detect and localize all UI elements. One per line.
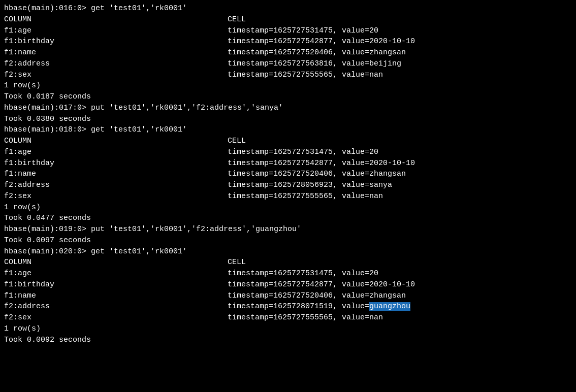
cell-header: CELL bbox=[228, 136, 246, 147]
took-line: Took 0.0477 seconds bbox=[4, 213, 572, 224]
data-row: f1:birthdaytimestamp=1625727542877, valu… bbox=[4, 36, 572, 47]
data-row: f1:birthdaytimestamp=1625727542877, valu… bbox=[4, 158, 572, 169]
cell-value: timestamp=1625727531475, value=20 bbox=[228, 147, 378, 158]
cell-value: timestamp=1625728056923, value=sanya bbox=[228, 180, 392, 191]
took-line: Took 0.0092 seconds bbox=[4, 335, 572, 346]
column-value: f1:age bbox=[4, 268, 228, 279]
cell-value: timestamp=1625727531475, value=20 bbox=[228, 268, 378, 279]
cell-value: timestamp=1625727542877, value=2020-10-1… bbox=[228, 36, 415, 47]
data-row: f1:birthdaytimestamp=1625727542877, valu… bbox=[4, 279, 572, 290]
column-header: COLUMN bbox=[4, 257, 228, 268]
prompt-line: hbase(main):016:0> get 'test01','rk0001' bbox=[4, 3, 572, 14]
cell-header: CELL bbox=[228, 14, 246, 25]
column-value: f1:birthday bbox=[4, 36, 228, 47]
data-row: f1:nametimestamp=1625727520406, value=zh… bbox=[4, 290, 572, 302]
cell-value: timestamp=1625727563816, value=beijing bbox=[228, 58, 401, 70]
cell-value: timestamp=1625727531475, value=20 bbox=[228, 25, 378, 37]
column-value: f2:sex bbox=[4, 312, 228, 323]
highlighted-value: guangzhou bbox=[369, 302, 410, 311]
data-row: f2:sextimestamp=1625727555565, value=nan bbox=[4, 191, 572, 202]
cell-value: timestamp=1625727520406, value=zhangsan bbox=[228, 169, 406, 180]
column-value: f1:age bbox=[4, 147, 228, 158]
column-value: f2:address bbox=[4, 301, 228, 312]
cell-value: timestamp=1625728071519, value=guangzhou bbox=[228, 301, 410, 312]
column-value: f1:birthday bbox=[4, 158, 228, 169]
data-row: f2:addresstimestamp=1625728056923, value… bbox=[4, 180, 572, 191]
header-row: COLUMNCELL bbox=[4, 14, 572, 25]
data-row: f2:addresstimestamp=1625727563816, value… bbox=[4, 58, 572, 70]
column-value: f2:sex bbox=[4, 191, 228, 202]
column-value: f1:age bbox=[4, 25, 228, 37]
column-value: f2:address bbox=[4, 58, 228, 70]
cell-value: timestamp=1625727542877, value=2020-10-1… bbox=[228, 279, 415, 290]
column-value: f2:address bbox=[4, 180, 228, 191]
prompt-line: hbase(main):020:0> get 'test01','rk0001' bbox=[4, 246, 572, 257]
data-row: f1:nametimestamp=1625727520406, value=zh… bbox=[4, 169, 572, 180]
prompt-line: hbase(main):019:0> put 'test01','rk0001'… bbox=[4, 224, 572, 235]
data-row: f2:sextimestamp=1625727555565, value=nan bbox=[4, 70, 572, 81]
took-line: Took 0.0187 seconds bbox=[4, 91, 572, 103]
data-row: f2:sextimestamp=1625727555565, value=nan bbox=[4, 312, 572, 323]
column-value: f1:name bbox=[4, 169, 228, 180]
cell-value: timestamp=1625727520406, value=zhangsan bbox=[228, 47, 406, 58]
plain-line: 1 row(s) bbox=[4, 202, 572, 213]
prompt-line: hbase(main):018:0> get 'test01','rk0001' bbox=[4, 124, 572, 136]
cell-value: timestamp=1625727542877, value=2020-10-1… bbox=[228, 158, 415, 169]
prompt-line: hbase(main):017:0> put 'test01','rk0001'… bbox=[4, 103, 572, 114]
column-header: COLUMN bbox=[4, 136, 228, 147]
cell-value: timestamp=1625727520406, value=zhangsan bbox=[228, 290, 406, 302]
plain-line: 1 row(s) bbox=[4, 323, 572, 335]
column-value: f2:sex bbox=[4, 70, 228, 81]
column-value: f1:birthday bbox=[4, 279, 228, 290]
header-row: COLUMNCELL bbox=[4, 136, 572, 147]
cell-value: timestamp=1625727555565, value=nan bbox=[228, 312, 383, 323]
data-row: f1:agetimestamp=1625727531475, value=20 bbox=[4, 147, 572, 158]
cell-value: timestamp=1625727555565, value=nan bbox=[228, 191, 383, 202]
data-row: f2:addresstimestamp=1625728071519, value… bbox=[4, 301, 572, 312]
data-row: f1:agetimestamp=1625727531475, value=20 bbox=[4, 25, 572, 37]
took-line: Took 0.0380 seconds bbox=[4, 114, 572, 125]
cell-value: timestamp=1625727555565, value=nan bbox=[228, 70, 383, 81]
data-row: f1:agetimestamp=1625727531475, value=20 bbox=[4, 268, 572, 279]
column-value: f1:name bbox=[4, 290, 228, 302]
terminal: hbase(main):016:0> get 'test01','rk0001'… bbox=[4, 3, 572, 389]
column-header: COLUMN bbox=[4, 14, 228, 25]
header-row: COLUMNCELL bbox=[4, 257, 572, 268]
column-value: f1:name bbox=[4, 47, 228, 58]
cell-header: CELL bbox=[228, 257, 246, 268]
data-row: f1:nametimestamp=1625727520406, value=zh… bbox=[4, 47, 572, 58]
plain-line: 1 row(s) bbox=[4, 80, 572, 91]
took-line: Took 0.0097 seconds bbox=[4, 235, 572, 246]
